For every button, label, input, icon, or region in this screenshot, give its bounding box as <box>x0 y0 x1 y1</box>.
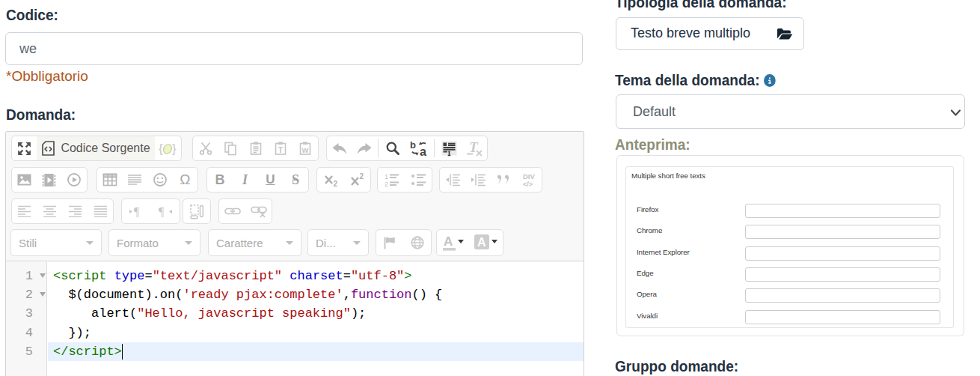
svg-text:A: A <box>477 236 486 249</box>
svg-text:{: { <box>159 142 163 156</box>
svg-text:A: A <box>444 234 453 249</box>
svg-text:DIV: DIV <box>523 172 536 181</box>
svg-text:W: W <box>302 146 309 154</box>
svg-text:T: T <box>278 146 283 154</box>
svg-text:T: T <box>469 141 479 155</box>
svg-text:¶: ¶ <box>134 205 140 218</box>
svg-text:</>: </> <box>523 181 533 187</box>
svg-text:2: 2 <box>333 180 337 187</box>
svg-text:b: b <box>410 141 416 151</box>
svg-text:2: 2 <box>360 172 364 181</box>
svg-text:}: } <box>172 142 177 156</box>
svg-text:¶: ¶ <box>159 205 165 218</box>
svg-text:a: a <box>420 145 426 157</box>
svg-text:1: 1 <box>385 173 388 181</box>
svg-text:2: 2 <box>385 181 388 187</box>
